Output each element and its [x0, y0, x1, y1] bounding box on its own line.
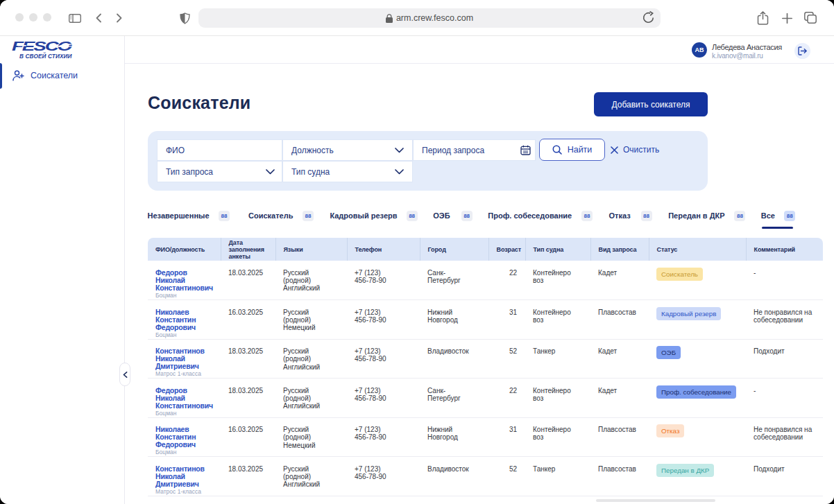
- svg-text:В СВОЕЙ СТИХИИ: В СВОЕЙ СТИХИИ: [19, 52, 73, 60]
